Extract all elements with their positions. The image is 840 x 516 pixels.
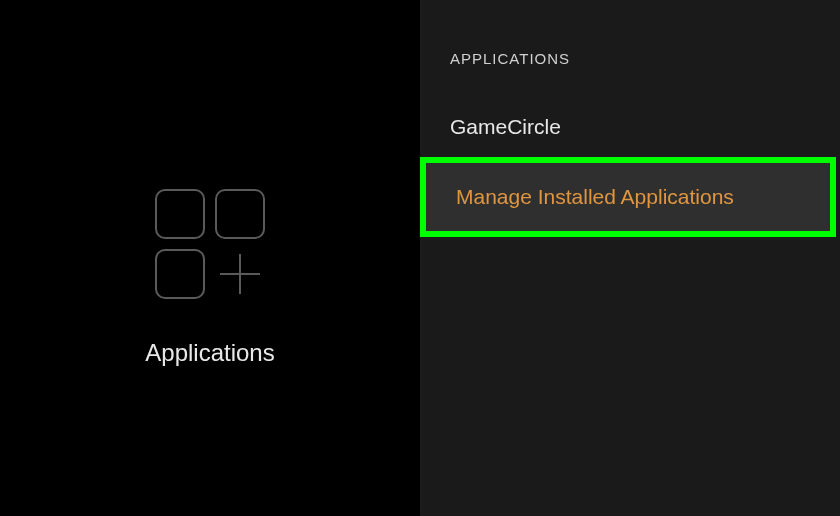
category-title: Applications <box>145 339 274 367</box>
applications-icon <box>155 189 265 299</box>
menu-item-gamecircle[interactable]: GameCircle <box>420 97 840 157</box>
settings-list: APPLICATIONS GameCircle Manage Installed… <box>420 0 840 516</box>
app-tile-icon <box>155 189 205 239</box>
section-header: APPLICATIONS <box>420 0 840 97</box>
category-panel: Applications <box>0 0 420 516</box>
menu-item-manage-installed-applications[interactable]: Manage Installed Applications <box>426 163 830 231</box>
selection-highlight: Manage Installed Applications <box>420 157 836 237</box>
app-tile-icon <box>155 249 205 299</box>
app-tile-icon <box>215 189 265 239</box>
plus-icon <box>215 249 265 299</box>
